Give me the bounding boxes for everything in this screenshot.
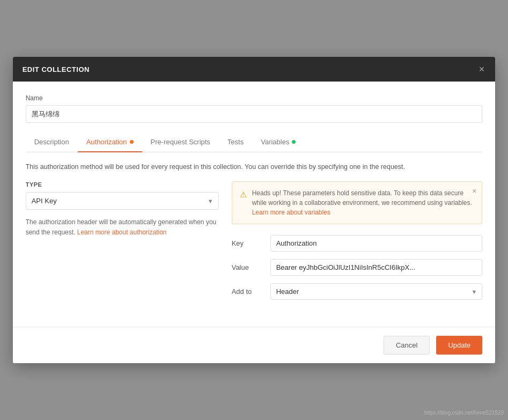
- type-label: TYPE: [26, 181, 219, 188]
- collection-name-input[interactable]: [26, 105, 483, 123]
- add-to-select[interactable]: Header Query Params: [270, 283, 483, 300]
- type-select[interactable]: No Auth API Key Bearer Token Basic Auth …: [26, 192, 219, 210]
- key-input[interactable]: [270, 235, 483, 252]
- tab-variables[interactable]: Variables: [252, 132, 304, 152]
- auth-note: The authorization header will be automat…: [26, 217, 219, 238]
- auth-description: This authorization method will be used f…: [26, 163, 483, 171]
- add-to-label: Add to: [232, 288, 264, 296]
- edit-collection-modal: EDIT COLLECTION × Name Description Autho…: [13, 57, 496, 363]
- modal-title: EDIT COLLECTION: [23, 65, 90, 73]
- add-to-select-wrapper: Header Query Params ▼: [270, 283, 483, 300]
- value-label: Value: [232, 263, 264, 271]
- name-label: Name: [26, 94, 483, 102]
- tab-pre-request-label: Pre-request Scripts: [151, 138, 210, 146]
- value-row: Value: [232, 259, 483, 276]
- auth-right-panel: ⚠ Heads up! These parameters hold sensit…: [232, 181, 483, 307]
- type-select-wrapper: No Auth API Key Bearer Token Basic Auth …: [26, 192, 219, 210]
- tabs-bar: Description Authorization Pre-request Sc…: [26, 132, 483, 152]
- alert-message: Heads up! These parameters hold sensitiv…: [252, 189, 472, 207]
- tab-content-authorization: This authorization method will be used f…: [26, 152, 483, 318]
- tab-pre-request-scripts[interactable]: Pre-request Scripts: [142, 132, 219, 152]
- key-label: Key: [232, 239, 264, 247]
- learn-more-auth-link[interactable]: Learn more about authorization: [77, 229, 167, 236]
- modal-header: EDIT COLLECTION ×: [13, 57, 496, 82]
- tab-variables-label: Variables: [261, 138, 289, 146]
- learn-more-variables-link[interactable]: Learn more about variables: [252, 209, 330, 216]
- cancel-button[interactable]: Cancel: [384, 336, 430, 355]
- modal-body: Name Description Authorization Pre-reque…: [13, 82, 496, 318]
- tab-tests[interactable]: Tests: [219, 132, 252, 152]
- auth-layout: TYPE No Auth API Key Bearer Token Basic …: [26, 181, 483, 307]
- modal-overlay: EDIT COLLECTION × Name Description Autho…: [0, 0, 508, 420]
- authorization-dot: [130, 140, 134, 144]
- modal-footer: Cancel Update: [13, 327, 496, 363]
- add-to-row: Add to Header Query Params ▼: [232, 283, 483, 300]
- value-input[interactable]: [270, 259, 483, 276]
- auth-left-panel: TYPE No Auth API Key Bearer Token Basic …: [26, 181, 219, 307]
- tab-authorization[interactable]: Authorization: [78, 132, 142, 152]
- key-row: Key: [232, 235, 483, 252]
- variables-dot: [292, 140, 296, 144]
- tab-description[interactable]: Description: [26, 132, 78, 152]
- alert-warning-icon: ⚠: [240, 189, 247, 217]
- tab-description-label: Description: [34, 138, 69, 146]
- alert-close-button[interactable]: ×: [472, 187, 476, 195]
- update-button[interactable]: Update: [436, 336, 482, 355]
- tab-tests-label: Tests: [227, 138, 244, 146]
- tab-authorization-label: Authorization: [86, 138, 127, 146]
- sensitive-data-alert: ⚠ Heads up! These parameters hold sensit…: [232, 181, 483, 224]
- alert-text-content: Heads up! These parameters hold sensitiv…: [252, 188, 475, 217]
- modal-close-button[interactable]: ×: [478, 64, 486, 74]
